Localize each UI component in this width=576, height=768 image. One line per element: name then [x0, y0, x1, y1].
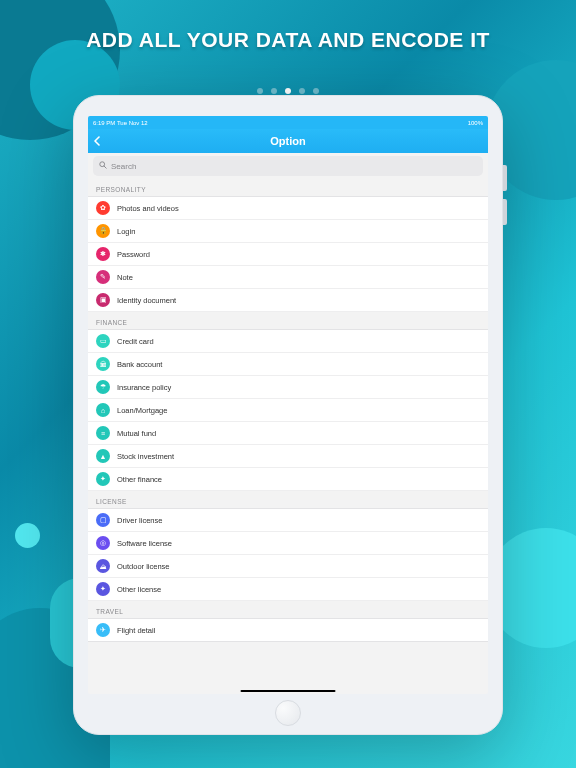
promo-headline: ADD ALL YOUR DATA AND ENCODE IT [0, 28, 576, 52]
volume-down-button [503, 199, 507, 225]
other-license-icon: ✦ [96, 582, 110, 596]
row-label: Stock investment [117, 452, 174, 461]
nav-bar: Option [88, 129, 488, 153]
option-row-flight-detail[interactable]: ✈Flight detail [88, 619, 488, 642]
section-header: PERSONALITY [88, 179, 488, 197]
back-arrow-icon [93, 136, 103, 146]
row-label: Identity document [117, 296, 176, 305]
row-label: Bank account [117, 360, 162, 369]
section-header: LICENSE [88, 491, 488, 509]
loan-icon: ⌂ [96, 403, 110, 417]
svg-line-1 [104, 166, 106, 168]
row-label: Login [117, 227, 135, 236]
option-row-outdoor-license[interactable]: ⛰Outdoor license [88, 555, 488, 578]
flight-detail-icon: ✈ [96, 623, 110, 637]
option-row-note[interactable]: ✎Note [88, 266, 488, 289]
row-label: Flight detail [117, 626, 155, 635]
tablet-frame: 6:19 PM Tue Nov 12 100% Option Search PE… [73, 95, 503, 735]
option-row-identity[interactable]: ▣Identity document [88, 289, 488, 312]
bg-blob [15, 523, 40, 548]
section-header: FINANCE [88, 312, 488, 330]
row-label: Password [117, 250, 150, 259]
row-label: Other license [117, 585, 161, 594]
options-list[interactable]: PERSONALITY✿Photos and videos🔒Login✱Pass… [88, 179, 488, 694]
note-icon: ✎ [96, 270, 110, 284]
option-row-password[interactable]: ✱Password [88, 243, 488, 266]
bank-account-icon: 🏛 [96, 357, 110, 371]
software-license-icon: ◎ [96, 536, 110, 550]
password-icon: ✱ [96, 247, 110, 261]
row-label: Photos and videos [117, 204, 179, 213]
identity-icon: ▣ [96, 293, 110, 307]
row-label: Mutual fund [117, 429, 156, 438]
row-label: Other finance [117, 475, 162, 484]
other-finance-icon: ✦ [96, 472, 110, 486]
option-row-driver-license[interactable]: ▢Driver license [88, 509, 488, 532]
section-header: TRAVEL [88, 601, 488, 619]
nav-title: Option [88, 135, 488, 147]
option-row-insurance[interactable]: ☂Insurance policy [88, 376, 488, 399]
row-label: Software license [117, 539, 172, 548]
option-row-credit-card[interactable]: ▭Credit card [88, 330, 488, 353]
option-row-loan[interactable]: ⌂Loan/Mortgage [88, 399, 488, 422]
option-row-software-license[interactable]: ◎Software license [88, 532, 488, 555]
back-button[interactable] [88, 129, 108, 153]
option-row-stock[interactable]: ▲Stock investment [88, 445, 488, 468]
volume-up-button [503, 165, 507, 191]
mutual-fund-icon: ≡ [96, 426, 110, 440]
status-time: 6:19 PM Tue Nov 12 [93, 120, 148, 126]
search-placeholder: Search [111, 162, 136, 171]
status-battery: 100% [468, 120, 483, 126]
option-row-bank-account[interactable]: 🏛Bank account [88, 353, 488, 376]
row-label: Driver license [117, 516, 162, 525]
screen: 6:19 PM Tue Nov 12 100% Option Search PE… [88, 116, 488, 694]
credit-card-icon: ▭ [96, 334, 110, 348]
row-label: Note [117, 273, 133, 282]
driver-license-icon: ▢ [96, 513, 110, 527]
home-indicator [241, 690, 336, 693]
stock-icon: ▲ [96, 449, 110, 463]
option-row-other-finance[interactable]: ✦Other finance [88, 468, 488, 491]
photos-videos-icon: ✿ [96, 201, 110, 215]
option-row-login[interactable]: 🔒Login [88, 220, 488, 243]
search-icon [99, 161, 107, 171]
option-row-other-license[interactable]: ✦Other license [88, 578, 488, 601]
row-label: Insurance policy [117, 383, 171, 392]
row-label: Loan/Mortgage [117, 406, 167, 415]
outdoor-license-icon: ⛰ [96, 559, 110, 573]
status-bar: 6:19 PM Tue Nov 12 100% [88, 116, 488, 129]
insurance-icon: ☂ [96, 380, 110, 394]
login-icon: 🔒 [96, 224, 110, 238]
home-button[interactable] [275, 700, 301, 726]
option-row-photos-videos[interactable]: ✿Photos and videos [88, 197, 488, 220]
search-bar[interactable]: Search [93, 156, 483, 176]
option-row-mutual-fund[interactable]: ≡Mutual fund [88, 422, 488, 445]
row-label: Credit card [117, 337, 154, 346]
row-label: Outdoor license [117, 562, 170, 571]
promo-background: ADD ALL YOUR DATA AND ENCODE IT 6:19 PM … [0, 0, 576, 768]
